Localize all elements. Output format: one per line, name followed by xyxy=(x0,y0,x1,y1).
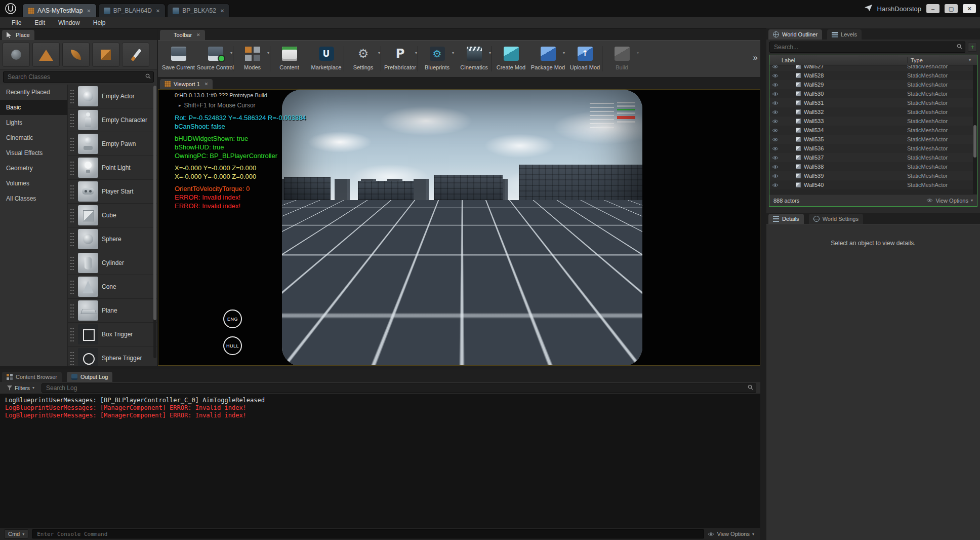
tab-details[interactable]: Details xyxy=(768,214,804,224)
place-category[interactable]: Volumes xyxy=(0,176,67,191)
visibility-eye-icon[interactable] xyxy=(769,92,781,96)
place-category[interactable]: Lights xyxy=(0,115,67,130)
drag-handle-icon[interactable] xyxy=(70,184,74,199)
toolbar-button[interactable]: ▾ Blueprints xyxy=(419,42,456,75)
minimize-button[interactable]: – xyxy=(926,4,940,13)
outliner-row[interactable]: Wall540 StaticMeshActor xyxy=(769,180,977,189)
place-item[interactable]: Cylinder xyxy=(68,251,157,275)
dropdown-caret-icon[interactable]: ▾ xyxy=(637,51,639,55)
dropdown-caret-icon[interactable]: ▾ xyxy=(415,51,417,55)
visibility-eye-icon[interactable] xyxy=(769,110,781,114)
place-item[interactable]: Empty Pawn xyxy=(68,132,157,156)
place-filter-button[interactable] xyxy=(62,43,90,67)
outliner-row[interactable]: Wall532 StaticMeshActor xyxy=(769,107,977,117)
toolbar-button[interactable]: ▾ Settings xyxy=(345,42,382,75)
place-item[interactable]: Sphere Trigger xyxy=(68,346,157,366)
place-category[interactable]: Recently Placed xyxy=(0,85,67,100)
visibility-eye-icon[interactable] xyxy=(769,65,781,69)
tab-close-icon[interactable]: ✕ xyxy=(205,82,209,87)
column-label[interactable]: Label xyxy=(769,57,907,63)
document-tab[interactable]: BP_BLKA52 ✕ xyxy=(167,4,230,17)
outliner-row[interactable]: Wall539 StaticMeshActor xyxy=(769,171,977,180)
dropdown-caret-icon[interactable]: ▾ xyxy=(489,51,491,55)
toolbar-overflow-icon[interactable]: » xyxy=(753,53,758,63)
place-item[interactable]: Empty Character xyxy=(68,108,157,132)
place-item[interactable]: Plane xyxy=(68,299,157,323)
visibility-eye-icon[interactable] xyxy=(769,146,781,151)
toolbar-button[interactable]: ▾ Prefabricator xyxy=(382,42,419,75)
dropdown-caret-icon[interactable]: ▾ xyxy=(452,51,454,55)
outliner-search-input[interactable] xyxy=(770,42,965,52)
tab-close-icon[interactable]: ✕ xyxy=(220,8,224,14)
drag-handle-icon[interactable] xyxy=(70,303,74,318)
visibility-eye-icon[interactable] xyxy=(769,183,781,187)
viewport-tab[interactable]: Viewport 1 ✕ xyxy=(160,79,213,89)
menu-item[interactable]: Edit xyxy=(28,19,52,26)
place-item[interactable]: Point Light xyxy=(68,156,157,180)
place-item[interactable]: Player Start xyxy=(68,180,157,204)
output-log-area[interactable]: LogBlueprintUserMessages: [BP_BLPlayerCo… xyxy=(0,394,760,528)
outliner-row[interactable]: Wall531 StaticMeshActor xyxy=(769,98,977,107)
place-category[interactable]: All Classes xyxy=(0,191,67,206)
search-classes-input[interactable] xyxy=(4,72,153,82)
tab-output-log[interactable]: Output Log xyxy=(67,372,112,382)
toolbar-button[interactable]: ▾ Package Mod xyxy=(529,42,566,75)
tab-world-settings[interactable]: World Settings xyxy=(809,214,863,224)
view-options-button[interactable]: View Options ▾ xyxy=(926,198,973,204)
console-command-input[interactable] xyxy=(32,529,704,538)
place-filter-button[interactable] xyxy=(92,43,119,67)
search-log-input[interactable] xyxy=(42,384,756,392)
dropdown-caret-icon[interactable]: ▾ xyxy=(378,51,380,55)
tab-world-outliner[interactable]: World Outliner xyxy=(768,29,822,40)
visibility-eye-icon[interactable] xyxy=(769,73,781,78)
unreal-logo-icon[interactable] xyxy=(5,3,16,14)
place-item[interactable]: Empty Actor xyxy=(68,85,157,108)
add-filter-button[interactable]: + xyxy=(968,43,977,52)
toolbar-tab[interactable]: Toolbar ✕ xyxy=(160,30,205,40)
toolbar-button[interactable]: ▾ Modes xyxy=(234,42,271,75)
outliner-row[interactable]: Wall527 StaticMeshActor xyxy=(769,65,977,71)
outliner-row[interactable]: Wall530 StaticMeshActor xyxy=(769,89,977,98)
drag-handle-icon[interactable] xyxy=(70,256,74,270)
document-tab[interactable]: BP_BLAH64D ✕ xyxy=(98,4,166,17)
drag-handle-icon[interactable] xyxy=(70,232,74,246)
place-filter-button[interactable] xyxy=(32,43,60,67)
visibility-eye-icon[interactable] xyxy=(769,101,781,105)
filters-button[interactable]: Filters ▾ xyxy=(4,384,37,392)
place-category[interactable]: Visual Effects xyxy=(0,145,67,161)
drag-handle-icon[interactable] xyxy=(70,351,74,365)
tab-close-icon[interactable]: ✕ xyxy=(156,8,160,14)
drag-handle-icon[interactable] xyxy=(70,137,74,151)
cmd-dropdown-button[interactable]: Cmd ▾ xyxy=(4,529,28,538)
place-item[interactable]: Sphere xyxy=(68,227,157,251)
visibility-eye-icon[interactable] xyxy=(769,137,781,142)
place-category[interactable]: Cinematic xyxy=(0,130,67,145)
visibility-eye-icon[interactable] xyxy=(769,156,781,160)
collapse-arrow-icon[interactable]: ▸ xyxy=(179,103,181,108)
tab-close-icon[interactable]: ✕ xyxy=(87,8,91,14)
tab-content-browser[interactable]: Content Browser xyxy=(2,372,62,382)
toolbar-button[interactable]: Upload Mod xyxy=(566,42,603,75)
outliner-row[interactable]: Wall538 StaticMeshActor xyxy=(769,162,977,171)
dropdown-caret-icon[interactable]: ▾ xyxy=(230,51,232,55)
toolbar-button[interactable]: ▾ Build xyxy=(603,42,640,75)
drag-handle-icon[interactable] xyxy=(70,113,74,127)
place-category[interactable]: Geometry xyxy=(0,161,67,176)
outliner-row[interactable]: Wall534 StaticMeshActor xyxy=(769,126,977,135)
place-filter-button[interactable] xyxy=(122,43,149,67)
visibility-eye-icon[interactable] xyxy=(769,174,781,178)
toolbar-button[interactable]: ▾ Source Control xyxy=(197,42,234,75)
toolbar-button[interactable]: Save Current xyxy=(160,42,197,75)
toolbar-button[interactable]: Marketplace xyxy=(308,42,345,75)
drag-handle-icon[interactable] xyxy=(70,327,74,341)
tab-close-icon[interactable]: ✕ xyxy=(196,32,200,37)
scrollbar[interactable] xyxy=(973,65,977,194)
scrollbar[interactable] xyxy=(153,86,156,358)
visibility-eye-icon[interactable] xyxy=(769,83,781,87)
maximize-button[interactable]: ▢ xyxy=(945,4,958,13)
menu-item[interactable]: Help xyxy=(87,19,112,26)
log-view-options-button[interactable]: View Options ▾ xyxy=(708,531,756,537)
dropdown-caret-icon[interactable]: ▾ xyxy=(267,51,269,55)
outliner-row[interactable]: Wall528 StaticMeshActor xyxy=(769,71,977,80)
outliner-row[interactable]: Wall533 StaticMeshActor xyxy=(769,117,977,126)
